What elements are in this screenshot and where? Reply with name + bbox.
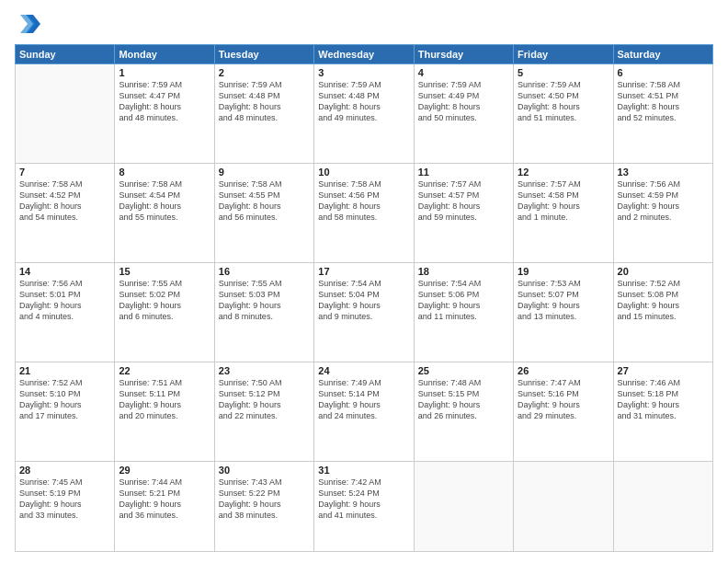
day-info: Sunrise: 7:54 AM Sunset: 5:06 PM Dayligh…: [418, 278, 509, 323]
day-number: 22: [119, 365, 210, 376]
day-info: Sunrise: 7:58 AM Sunset: 4:51 PM Dayligh…: [618, 79, 709, 124]
day-info: Sunrise: 7:43 AM Sunset: 5:22 PM Dayligh…: [219, 477, 310, 522]
calendar-cell: [613, 461, 712, 551]
day-number: 16: [219, 266, 310, 277]
day-info: Sunrise: 7:53 AM Sunset: 5:07 PM Dayligh…: [518, 278, 609, 323]
day-number: 25: [418, 365, 509, 376]
calendar-cell: 29Sunrise: 7:44 AM Sunset: 5:21 PM Dayli…: [115, 461, 214, 551]
calendar-cell: 17Sunrise: 7:54 AM Sunset: 5:04 PM Dayli…: [314, 262, 414, 362]
day-info: Sunrise: 7:42 AM Sunset: 5:24 PM Dayligh…: [318, 477, 409, 522]
day-number: 7: [19, 167, 110, 178]
day-info: Sunrise: 7:45 AM Sunset: 5:19 PM Dayligh…: [19, 477, 110, 522]
day-number: 9: [219, 167, 310, 178]
calendar-cell: 7Sunrise: 7:58 AM Sunset: 4:52 PM Daylig…: [16, 163, 115, 262]
day-info: Sunrise: 7:55 AM Sunset: 5:03 PM Dayligh…: [219, 278, 310, 323]
day-header-wednesday: Wednesday: [314, 45, 414, 64]
calendar-cell: 11Sunrise: 7:57 AM Sunset: 4:57 PM Dayli…: [414, 163, 513, 262]
day-info: Sunrise: 7:52 AM Sunset: 5:08 PM Dayligh…: [618, 278, 709, 323]
day-number: 18: [418, 266, 509, 277]
calendar-cell: 16Sunrise: 7:55 AM Sunset: 5:03 PM Dayli…: [214, 262, 313, 362]
calendar-cell: [16, 64, 115, 164]
day-header-saturday: Saturday: [613, 45, 712, 64]
day-info: Sunrise: 7:59 AM Sunset: 4:49 PM Dayligh…: [418, 79, 509, 124]
day-info: Sunrise: 7:58 AM Sunset: 4:55 PM Dayligh…: [219, 178, 310, 224]
day-info: Sunrise: 7:52 AM Sunset: 5:10 PM Dayligh…: [19, 377, 110, 422]
day-info: Sunrise: 7:54 AM Sunset: 5:04 PM Dayligh…: [318, 278, 409, 323]
day-info: Sunrise: 7:59 AM Sunset: 4:48 PM Dayligh…: [318, 79, 409, 124]
page-container: SundayMondayTuesdayWednesdayThursdayFrid…: [0, 0, 728, 563]
calendar-cell: 13Sunrise: 7:56 AM Sunset: 4:59 PM Dayli…: [613, 163, 712, 262]
calendar-cell: 19Sunrise: 7:53 AM Sunset: 5:07 PM Dayli…: [514, 262, 613, 362]
day-number: 2: [219, 67, 310, 78]
day-number: 19: [518, 266, 609, 277]
day-number: 23: [219, 365, 310, 376]
calendar-cell: 8Sunrise: 7:58 AM Sunset: 4:54 PM Daylig…: [115, 163, 214, 262]
day-info: Sunrise: 7:59 AM Sunset: 4:47 PM Dayligh…: [119, 79, 210, 124]
day-info: Sunrise: 7:57 AM Sunset: 4:58 PM Dayligh…: [518, 178, 609, 224]
day-number: 13: [618, 167, 709, 178]
day-number: 30: [219, 465, 310, 476]
day-number: 17: [318, 266, 409, 277]
day-info: Sunrise: 7:57 AM Sunset: 4:57 PM Dayligh…: [418, 178, 509, 224]
day-number: 29: [119, 465, 210, 476]
day-number: 10: [318, 167, 409, 178]
day-number: 24: [318, 365, 409, 376]
day-info: Sunrise: 7:51 AM Sunset: 5:11 PM Dayligh…: [119, 377, 210, 422]
calendar-cell: 18Sunrise: 7:54 AM Sunset: 5:06 PM Dayli…: [414, 262, 513, 362]
week-row-2: 7Sunrise: 7:58 AM Sunset: 4:52 PM Daylig…: [16, 163, 713, 262]
calendar-cell: 1Sunrise: 7:59 AM Sunset: 4:47 PM Daylig…: [115, 64, 214, 164]
day-number: 3: [318, 67, 409, 78]
header-row: SundayMondayTuesdayWednesdayThursdayFrid…: [16, 45, 713, 64]
calendar-cell: 30Sunrise: 7:43 AM Sunset: 5:22 PM Dayli…: [214, 461, 313, 551]
calendar-cell: 21Sunrise: 7:52 AM Sunset: 5:10 PM Dayli…: [16, 362, 115, 461]
day-number: 28: [19, 465, 110, 476]
day-info: Sunrise: 7:58 AM Sunset: 4:52 PM Dayligh…: [19, 178, 110, 224]
calendar-cell: 5Sunrise: 7:59 AM Sunset: 4:50 PM Daylig…: [514, 64, 613, 164]
calendar-cell: 4Sunrise: 7:59 AM Sunset: 4:49 PM Daylig…: [414, 64, 513, 164]
day-number: 21: [19, 365, 110, 376]
week-row-5: 28Sunrise: 7:45 AM Sunset: 5:19 PM Dayli…: [16, 461, 713, 551]
day-info: Sunrise: 7:58 AM Sunset: 4:56 PM Dayligh…: [318, 178, 409, 224]
week-row-4: 21Sunrise: 7:52 AM Sunset: 5:10 PM Dayli…: [16, 362, 713, 461]
calendar-table: SundayMondayTuesdayWednesdayThursdayFrid…: [15, 44, 713, 552]
logo-icon: [15, 11, 40, 37]
calendar-cell: 2Sunrise: 7:59 AM Sunset: 4:48 PM Daylig…: [214, 64, 313, 164]
calendar-cell: 20Sunrise: 7:52 AM Sunset: 5:08 PM Dayli…: [613, 262, 712, 362]
day-number: 31: [318, 465, 409, 476]
day-number: 26: [518, 365, 609, 376]
day-info: Sunrise: 7:55 AM Sunset: 5:02 PM Dayligh…: [119, 278, 210, 323]
calendar-cell: 15Sunrise: 7:55 AM Sunset: 5:02 PM Dayli…: [115, 262, 214, 362]
day-number: 14: [19, 266, 110, 277]
day-header-friday: Friday: [514, 45, 613, 64]
day-number: 27: [618, 365, 709, 376]
calendar-cell: 23Sunrise: 7:50 AM Sunset: 5:12 PM Dayli…: [214, 362, 313, 461]
day-info: Sunrise: 7:56 AM Sunset: 4:59 PM Dayligh…: [618, 178, 709, 224]
calendar-cell: 9Sunrise: 7:58 AM Sunset: 4:55 PM Daylig…: [214, 163, 313, 262]
day-info: Sunrise: 7:48 AM Sunset: 5:15 PM Dayligh…: [418, 377, 509, 422]
day-number: 6: [618, 67, 709, 78]
day-number: 5: [518, 67, 609, 78]
day-info: Sunrise: 7:46 AM Sunset: 5:18 PM Dayligh…: [618, 377, 709, 422]
calendar-cell: 28Sunrise: 7:45 AM Sunset: 5:19 PM Dayli…: [16, 461, 115, 551]
day-info: Sunrise: 7:44 AM Sunset: 5:21 PM Dayligh…: [119, 477, 210, 522]
day-number: 15: [119, 266, 210, 277]
day-header-tuesday: Tuesday: [214, 45, 313, 64]
calendar-cell: 26Sunrise: 7:47 AM Sunset: 5:16 PM Dayli…: [514, 362, 613, 461]
day-info: Sunrise: 7:50 AM Sunset: 5:12 PM Dayligh…: [219, 377, 310, 422]
calendar-cell: 22Sunrise: 7:51 AM Sunset: 5:11 PM Dayli…: [115, 362, 214, 461]
day-info: Sunrise: 7:56 AM Sunset: 5:01 PM Dayligh…: [19, 278, 110, 323]
day-info: Sunrise: 7:49 AM Sunset: 5:14 PM Dayligh…: [318, 377, 409, 422]
week-row-3: 14Sunrise: 7:56 AM Sunset: 5:01 PM Dayli…: [16, 262, 713, 362]
day-info: Sunrise: 7:59 AM Sunset: 4:50 PM Dayligh…: [518, 79, 609, 124]
day-info: Sunrise: 7:47 AM Sunset: 5:16 PM Dayligh…: [518, 377, 609, 422]
day-info: Sunrise: 7:58 AM Sunset: 4:54 PM Dayligh…: [119, 178, 210, 224]
calendar-cell: 3Sunrise: 7:59 AM Sunset: 4:48 PM Daylig…: [314, 64, 414, 164]
calendar-cell: 10Sunrise: 7:58 AM Sunset: 4:56 PM Dayli…: [314, 163, 414, 262]
calendar-cell: 24Sunrise: 7:49 AM Sunset: 5:14 PM Dayli…: [314, 362, 414, 461]
day-header-sunday: Sunday: [16, 45, 115, 64]
calendar-cell: [414, 461, 513, 551]
day-header-thursday: Thursday: [414, 45, 513, 64]
day-info: Sunrise: 7:59 AM Sunset: 4:48 PM Dayligh…: [219, 79, 310, 124]
week-row-1: 1Sunrise: 7:59 AM Sunset: 4:47 PM Daylig…: [16, 64, 713, 164]
day-number: 12: [518, 167, 609, 178]
